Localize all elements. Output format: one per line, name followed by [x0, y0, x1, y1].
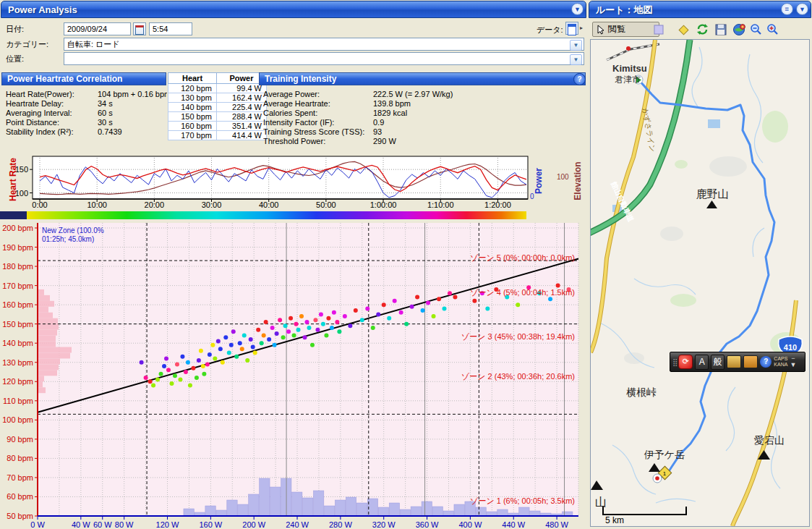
save-button[interactable] — [713, 22, 729, 37]
drag-handle-icon[interactable]: ⣿ — [672, 358, 676, 366]
svg-text:70 bpm: 70 bpm — [7, 473, 33, 482]
map-menu-button[interactable]: ≡ — [781, 3, 793, 15]
map-label-kimitsu-en: Kimitsu — [612, 63, 647, 74]
svg-text:170 bpm: 170 bpm — [2, 282, 33, 290]
svg-text:ゾーン 5 (0%; 00:00h; 0.0km): ゾーン 5 (0%; 00:00h; 0.0km) — [470, 253, 575, 262]
data-grid-button[interactable] — [565, 22, 578, 35]
category-label: カテゴリー: — [6, 39, 48, 50]
svg-text:190 bpm: 190 bpm — [2, 243, 33, 252]
svg-text:60 W: 60 W — [93, 520, 112, 529]
map-label-atagoyama: 愛宕山 — [754, 434, 785, 446]
data-expand-arrow-icon[interactable]: ▸ — [580, 25, 583, 31]
category-combobox[interactable]: 自転車: ロード ▼ — [64, 38, 584, 51]
zoom-in-icon — [766, 23, 779, 35]
training-intensity-header: Training Intensity — [259, 72, 586, 85]
zoom-in-button[interactable] — [764, 22, 780, 37]
svg-text:80 W: 80 W — [115, 520, 134, 529]
svg-text:110 bpm: 110 bpm — [3, 397, 33, 405]
svg-text:1:10:00: 1:10:00 — [427, 200, 454, 209]
table-row: 140 bpm225.4 W — [168, 103, 267, 112]
elevation-axis-label: Elevation — [573, 158, 583, 203]
power-axis-label: Power — [534, 164, 544, 198]
table-row: 160 bpm351.4 W — [168, 122, 267, 131]
correlation-title: Power Heartrate Correlation — [7, 74, 122, 84]
svg-text:120 W: 120 W — [156, 520, 179, 529]
svg-text:50:00: 50:00 — [316, 200, 336, 209]
map-settings-button[interactable] — [730, 22, 748, 37]
calendar-icon — [135, 25, 144, 35]
svg-text:1:00:00: 1:00:00 — [370, 200, 397, 209]
map-viewport[interactable]: 1 410 Kimitsu 君津市 かずさライン 館山自動車道 鹿野山 横根峠 … — [590, 39, 810, 527]
svg-text:480 W: 480 W — [545, 520, 568, 529]
help-icon[interactable]: ? — [573, 73, 586, 85]
svg-text:130 bpm: 130 bpm — [2, 358, 33, 367]
svg-text:360 W: 360 W — [416, 520, 439, 529]
ime-minimize-expand[interactable]: −▼ — [790, 355, 796, 368]
svg-text:New Zone (100.0%: New Zone (100.0% — [42, 227, 104, 234]
heartrate-power-scatter-chart: 200 bpm190 bpm180 bpm170 bpm160 bpm150 b… — [0, 223, 587, 529]
hamburger-icon: ≡ — [785, 5, 790, 13]
ime-conversion-mode-button[interactable]: 般 — [711, 355, 725, 370]
svg-text:40:00: 40:00 — [259, 200, 279, 209]
browse-label: 閲覧 — [608, 23, 625, 35]
map-label-iyogatake: 伊予ケ岳 — [644, 449, 685, 460]
refresh-button[interactable] — [694, 22, 710, 37]
chevron-down-icon[interactable]: ▼ — [570, 40, 582, 51]
power-analysis-title: Power Analysis — [8, 4, 77, 15]
svg-text:ゾーン 3 (45%; 00:38h; 19.4km): ゾーン 3 (45%; 00:38h; 19.4km) — [461, 332, 575, 341]
location-combobox[interactable]: ▼ — [64, 52, 584, 65]
map-label-kimitsu-jp: 君津市 — [615, 75, 641, 85]
data-label: データ: — [537, 25, 563, 35]
map-label-yokone-pass: 横根峠 — [626, 386, 657, 398]
map-label-yama: 山 — [595, 496, 607, 508]
time-input[interactable]: 5:54 — [149, 22, 192, 35]
svg-text:5 km: 5 km — [605, 515, 624, 525]
power-analysis-header: Power Analysis — [1, 1, 586, 18]
svg-text:410: 410 — [784, 343, 797, 352]
select-rectangle-button[interactable] — [651, 22, 666, 37]
ime-language-bar[interactable]: ⣿ ⟳ A 般 ? CAPSKANA −▼ — [670, 352, 805, 372]
zoom-out-button[interactable] — [748, 22, 764, 37]
chevron-down-icon: ▼ — [799, 6, 805, 13]
svg-text:1:20:00: 1:20:00 — [484, 200, 511, 209]
svg-text:320 W: 320 W — [372, 520, 396, 529]
left-panel-collapse-button[interactable]: ▼ — [571, 3, 584, 15]
floppy-disk-icon — [715, 24, 727, 35]
chevron-down-icon[interactable]: ▼ — [570, 54, 582, 65]
correlation-values: 104 bpm + 0.16 bpm 34 s 60 s 30 s 0.7439 — [98, 90, 167, 137]
ime-input-mode-button[interactable]: A — [695, 355, 709, 370]
map-label-kanozan: 鹿野山 — [696, 187, 729, 200]
map-panel-title: ルート：地図 — [596, 4, 653, 15]
heart-rate-axis-label: Heart Rate — [8, 154, 18, 205]
date-label: 日付: — [6, 24, 24, 35]
calculator-icon — [568, 24, 576, 35]
zoom-out-icon — [750, 23, 762, 35]
svg-text:30:00: 30:00 — [202, 200, 222, 209]
svg-text:80 bpm: 80 bpm — [7, 454, 33, 462]
elevation-axis-tick: 100 — [557, 173, 569, 181]
browse-mode-button[interactable]: 閲覧 — [592, 22, 659, 37]
power-axis-tick: 0 — [530, 192, 534, 200]
svg-text:400 W: 400 W — [459, 520, 482, 529]
map-collapse-button[interactable]: ▼ — [796, 3, 808, 15]
svg-text:120 bpm: 120 bpm — [2, 377, 33, 386]
map-canvas: 1 410 Kimitsu 君津市 かずさライン 館山自動車道 鹿野山 横根峠 … — [591, 40, 809, 526]
ime-tools-icon[interactable] — [727, 355, 741, 368]
calendar-button[interactable] — [133, 22, 146, 35]
svg-text:0 W: 0 W — [30, 520, 45, 529]
ime-brand-icon[interactable]: ⟳ — [678, 355, 693, 369]
ime-pad-icon[interactable] — [743, 355, 758, 368]
table-row: 150 bpm288.4 W — [168, 112, 267, 122]
svg-text:140 bpm: 140 bpm — [2, 339, 33, 347]
waypoint-button[interactable] — [675, 22, 691, 37]
chevron-down-icon: ▼ — [790, 361, 796, 368]
colorbar-left-segment — [0, 211, 27, 219]
heart-power-table[interactable]: Heart Power 120 bpm99.4 W 130 bpm162.4 W… — [168, 72, 267, 140]
time-gradient-colorbar — [27, 211, 526, 219]
table-row: 120 bpm99.4 W — [168, 84, 267, 93]
svg-text:440 W: 440 W — [502, 520, 525, 529]
date-input[interactable]: 2009/09/24 — [64, 22, 131, 35]
cursor-icon — [597, 25, 605, 35]
ime-help-icon[interactable]: ? — [760, 356, 772, 368]
diamond-icon — [677, 23, 690, 36]
